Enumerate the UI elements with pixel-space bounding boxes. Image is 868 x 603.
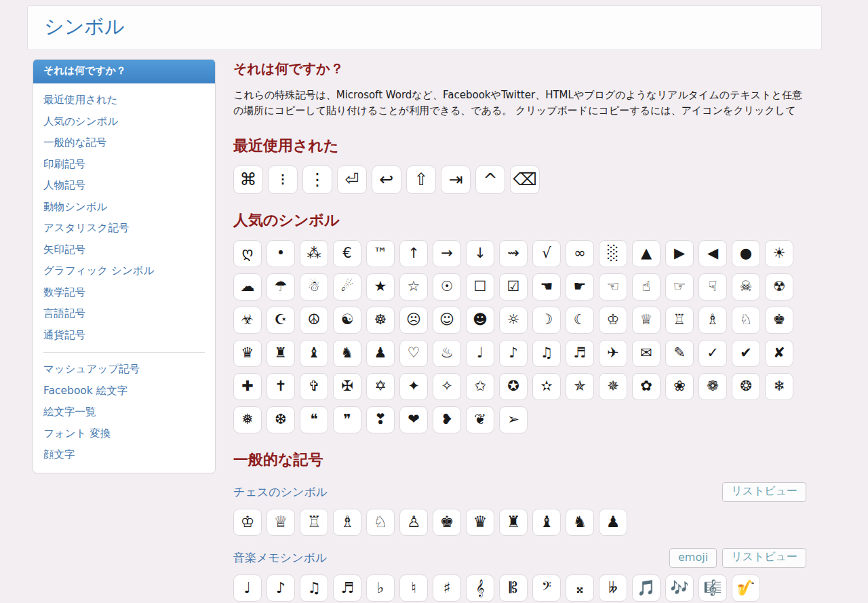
symbol-button[interactable]: ☛ (566, 273, 594, 300)
symbol-button[interactable]: ♛ (233, 340, 262, 367)
symbol-button[interactable]: ♟ (599, 509, 627, 536)
symbol-button[interactable]: ✧ (433, 373, 461, 400)
symbol-button[interactable]: ∞ (566, 240, 594, 267)
symbol-button[interactable]: ♩ (466, 340, 494, 367)
sidebar-item[interactable]: フォント 変換 (43, 423, 205, 445)
symbol-button[interactable]: ⇥ (441, 166, 471, 194)
sidebar-item[interactable]: 人物記号 (43, 175, 205, 197)
symbol-button[interactable]: ♬ (333, 575, 361, 602)
sidebar-item[interactable]: マッシュアップ記号 (43, 359, 205, 381)
symbol-button[interactable]: ❁ (698, 373, 727, 400)
symbol-button[interactable]: ░ (599, 240, 627, 267)
symbol-button[interactable]: ✈ (599, 340, 627, 367)
symbol-button[interactable]: ❦ (466, 406, 494, 433)
symbol-button[interactable]: ♜ (499, 509, 528, 536)
symbol-button[interactable]: ⇝ (499, 240, 528, 267)
symbol-button[interactable]: ♜ (267, 340, 295, 367)
symbol-button[interactable]: ☹ (399, 307, 428, 334)
symbol-button[interactable]: ღ (233, 240, 262, 267)
symbol-button[interactable]: ✠ (333, 373, 361, 400)
symbol-button[interactable]: ™ (366, 240, 395, 267)
symbol-button[interactable]: ♛ (466, 509, 494, 536)
symbol-button[interactable]: ✪ (499, 373, 528, 400)
symbol-button[interactable]: ⋮ (302, 166, 332, 194)
symbol-button[interactable]: ➢ (499, 406, 528, 433)
symbol-button[interactable]: ☉ (433, 273, 461, 300)
symbol-button[interactable]: ♘ (366, 509, 395, 536)
symbol-button[interactable]: ☺ (433, 307, 461, 334)
symbol-button[interactable]: ❂ (732, 373, 760, 400)
list-view-button[interactable]: リストビュー (722, 548, 806, 568)
sidebar-item[interactable]: 最近使用された (43, 90, 205, 111)
symbol-button[interactable]: ♞ (333, 340, 361, 367)
symbol-button[interactable]: ♕ (267, 509, 295, 536)
symbol-button[interactable]: → (433, 240, 461, 267)
symbol-button[interactable]: ☚ (532, 273, 561, 300)
symbol-button[interactable]: ♭ (366, 575, 395, 602)
symbol-button[interactable]: 🎶 (665, 575, 694, 602)
symbol-button[interactable]: ⌘ (233, 166, 263, 194)
sidebar-item[interactable]: 動物シンボル (43, 197, 205, 218)
sidebar-item[interactable]: 矢印記号 (43, 239, 205, 261)
symbol-button[interactable]: ♚ (765, 307, 793, 334)
symbol-button[interactable]: ▶ (665, 240, 694, 267)
symbol-button[interactable]: • (267, 240, 295, 267)
symbol-button[interactable]: 𝄢 (532, 575, 561, 602)
symbol-button[interactable]: ♞ (566, 509, 594, 536)
symbol-button[interactable]: ❄ (765, 373, 793, 400)
symbol-button[interactable]: ☪ (267, 307, 295, 334)
symbol-button[interactable]: ✯ (566, 373, 594, 400)
symbol-button[interactable]: ♙ (399, 509, 428, 536)
symbol-button[interactable]: ♬ (566, 340, 594, 367)
symbol-button[interactable]: ☮ (300, 307, 328, 334)
symbol-button[interactable]: ✦ (399, 373, 428, 400)
symbol-button[interactable]: ☟ (698, 273, 727, 300)
symbol-button[interactable]: ♡ (399, 340, 428, 367)
symbol-button[interactable]: ⇧ (406, 166, 436, 194)
symbol-button[interactable]: ☐ (466, 273, 494, 300)
symbol-button[interactable]: ☀ (765, 240, 793, 267)
symbol-button[interactable]: ⁂ (300, 240, 328, 267)
sidebar-item[interactable]: Facebook 絵文字 (43, 381, 205, 402)
symbol-button[interactable]: ♯ (433, 575, 461, 602)
symbol-button[interactable]: ♗ (333, 509, 361, 536)
symbol-button[interactable]: ❣ (366, 406, 395, 433)
symbol-button[interactable]: ♗ (698, 307, 727, 334)
symbol-button[interactable]: ✡ (366, 373, 395, 400)
sidebar-item[interactable]: 通貨記号 (43, 325, 205, 347)
symbol-button[interactable]: ☾ (566, 307, 594, 334)
symbol-button[interactable]: ♩ (233, 575, 262, 602)
symbol-button[interactable]: ✎ (665, 340, 694, 367)
symbol-button[interactable]: ⁝ (268, 166, 298, 194)
sidebar-item[interactable]: グラフィック シンボル (43, 260, 205, 282)
symbol-button[interactable]: ❝ (300, 406, 328, 433)
symbol-button[interactable]: ☜ (599, 273, 627, 300)
symbol-button[interactable]: ▲ (632, 240, 660, 267)
symbol-button[interactable]: ☸ (366, 307, 395, 334)
symbol-button[interactable]: ♖ (665, 307, 694, 334)
symbol-button[interactable]: ↩ (372, 166, 401, 194)
symbol-button[interactable]: ♖ (300, 509, 328, 536)
symbol-button[interactable]: ♪ (267, 575, 295, 602)
symbol-button[interactable]: € (333, 240, 361, 267)
symbol-button[interactable]: ☽ (532, 307, 561, 334)
symbol-button[interactable]: ↑ (399, 240, 428, 267)
symbol-button[interactable]: 𝄫 (599, 575, 627, 602)
symbol-button[interactable]: ♝ (532, 509, 561, 536)
sidebar-item[interactable]: 顔文字 (43, 444, 205, 466)
symbol-button[interactable]: ☁ (233, 273, 262, 300)
symbol-button[interactable]: ♫ (532, 340, 561, 367)
symbol-button[interactable]: ◀ (698, 240, 727, 267)
symbol-button[interactable]: ✫ (532, 373, 561, 400)
symbol-button[interactable]: ✩ (466, 373, 494, 400)
symbol-button[interactable]: ♪ (499, 340, 528, 367)
symbol-button[interactable]: ☻ (466, 307, 494, 334)
sidebar-item[interactable]: 印刷記号 (43, 154, 205, 176)
symbol-button[interactable]: ♫ (300, 575, 328, 602)
symbol-button[interactable]: ♟ (366, 340, 395, 367)
symbol-button[interactable]: 🎼 (698, 575, 727, 602)
symbol-button[interactable]: ❥ (433, 406, 461, 433)
symbol-button[interactable]: ^ (475, 166, 505, 194)
symbol-button[interactable]: ☠ (732, 273, 760, 300)
emoji-button[interactable]: emoji (669, 548, 717, 568)
